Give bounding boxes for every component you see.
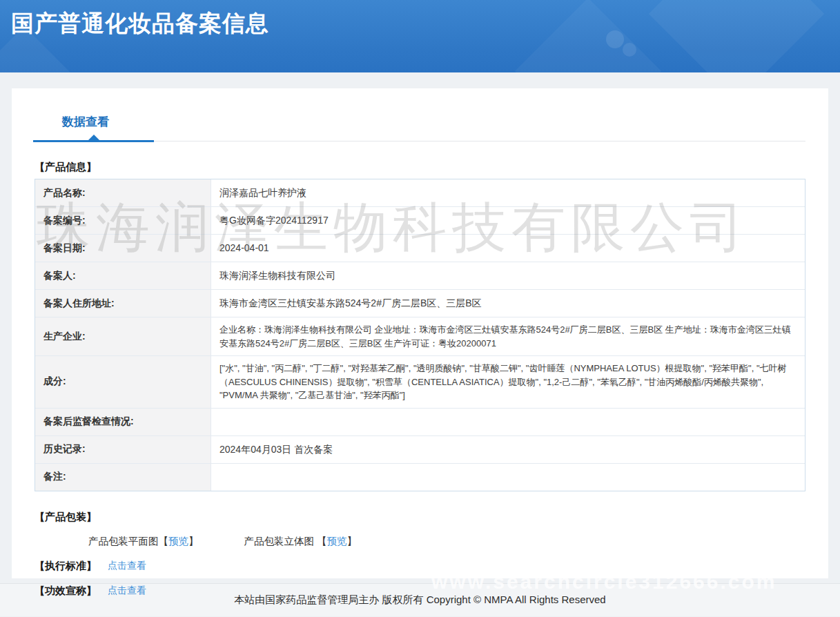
efficacy-claim-section: 【功效宣称】 点击查看 bbox=[35, 585, 805, 598]
field-label: 备案日期: bbox=[35, 235, 211, 262]
packaging-3d-item: 产品包装立体图 【预览】 bbox=[244, 535, 358, 548]
bracket: 】 bbox=[347, 536, 358, 547]
header-decor-circle bbox=[606, 30, 624, 48]
field-label: 备案人: bbox=[35, 262, 211, 289]
packaging-3d-label: 产品包装立体图 bbox=[244, 536, 318, 547]
section-title-product-info: 【产品信息】 bbox=[35, 161, 805, 174]
field-value: ["水", "甘油", "丙二醇", "丁二醇", "对羟基苯乙酮", "透明质… bbox=[211, 356, 805, 408]
field-label: 备案编号: bbox=[35, 207, 211, 234]
packaging-3d-preview-link[interactable]: 预览 bbox=[327, 536, 347, 547]
table-row: 备注: bbox=[35, 464, 805, 491]
field-value: 2024-04-01 bbox=[211, 235, 805, 262]
field-value: 企业名称：珠海润泽生物科技有限公司 企业地址：珠海市金湾区三灶镇安基东路524号… bbox=[211, 317, 805, 355]
bracket: 【 bbox=[317, 536, 327, 547]
tab-data-view[interactable]: 数据查看 bbox=[62, 114, 109, 130]
section-title-efficacy-claim: 【功效宣称】 bbox=[35, 585, 97, 598]
table-row: 备案编号: 粤G妆网备字2024112917 bbox=[35, 207, 805, 235]
table-row: 产品名称: 润泽嘉品七叶养护液 bbox=[35, 179, 805, 207]
bracket: 【 bbox=[159, 536, 169, 547]
table-row: 备案人: 珠海润泽生物科技有限公司 bbox=[35, 262, 805, 290]
field-value: 2024年04月03日 首次备案 bbox=[211, 436, 805, 463]
table-row: 历史记录: 2024年04月03日 首次备案 bbox=[35, 436, 805, 464]
field-label: 备案后监督检查情况: bbox=[35, 409, 211, 435]
product-info-table: 产品名称: 润泽嘉品七叶养护液 备案编号: 粤G妆网备字2024112917 备… bbox=[35, 179, 805, 491]
field-value bbox=[211, 464, 805, 491]
field-label: 历史记录: bbox=[35, 436, 211, 463]
table-row: 备案后监督检查情况: bbox=[35, 409, 805, 436]
field-value: 珠海市金湾区三灶镇安基东路524号2#厂房二层B区、三层B区 bbox=[211, 290, 805, 317]
header-decor-diamond bbox=[649, 0, 825, 72]
bracket: 】 bbox=[188, 536, 199, 547]
field-value: 珠海润泽生物科技有限公司 bbox=[211, 262, 805, 289]
field-label: 生产企业: bbox=[35, 317, 211, 355]
table-row: 成分: ["水", "甘油", "丙二醇", "丁二醇", "对羟基苯乙酮", … bbox=[35, 356, 805, 409]
field-label: 备注: bbox=[35, 464, 211, 491]
efficacy-claim-view-link[interactable]: 点击查看 bbox=[108, 585, 146, 597]
section-title-packaging: 【产品包装】 bbox=[35, 511, 805, 524]
table-row: 备案人住所地址: 珠海市金湾区三灶镇安基东路524号2#厂房二层B区、三层B区 bbox=[35, 290, 805, 317]
field-label: 备案人住所地址: bbox=[35, 290, 211, 317]
field-value: 润泽嘉品七叶养护液 bbox=[211, 179, 805, 206]
table-row: 备案日期: 2024-04-01 bbox=[35, 235, 805, 262]
page-header: 国产普通化妆品备案信息 bbox=[0, 0, 840, 72]
packaging-flat-item: 产品包装平面图【预览】 bbox=[88, 535, 199, 548]
field-label: 成分: bbox=[35, 356, 211, 408]
field-value: 粤G妆网备字2024112917 bbox=[211, 207, 805, 234]
header-decor-diamond bbox=[515, 0, 661, 72]
tab-active-bar bbox=[33, 140, 154, 142]
field-label: 产品名称: bbox=[35, 179, 211, 206]
tab-pointer-triangle bbox=[88, 135, 99, 140]
page-title: 国产普通化妆品备案信息 bbox=[11, 8, 269, 39]
packaging-flat-preview-link[interactable]: 预览 bbox=[168, 536, 188, 547]
table-row: 生产企业: 企业名称：珠海润泽生物科技有限公司 企业地址：珠海市金湾区三灶镇安基… bbox=[35, 317, 805, 356]
header-decor-circle bbox=[623, 43, 636, 57]
packaging-row: 产品包装平面图【预览】 产品包装立体图 【预览】 bbox=[88, 535, 805, 548]
section-title-execution-standard: 【执行标准】 bbox=[35, 560, 97, 573]
tab-underline bbox=[35, 139, 805, 141]
execution-standard-view-link[interactable]: 点击查看 bbox=[108, 560, 146, 572]
content-card: 数据查看 【产品信息】 产品名称: 润泽嘉品七叶养护液 备案编号: 粤G妆网备字… bbox=[12, 88, 828, 578]
packaging-flat-label: 产品包装平面图 bbox=[88, 536, 159, 547]
field-value bbox=[211, 409, 805, 435]
execution-standard-section: 【执行标准】 点击查看 bbox=[35, 560, 805, 573]
